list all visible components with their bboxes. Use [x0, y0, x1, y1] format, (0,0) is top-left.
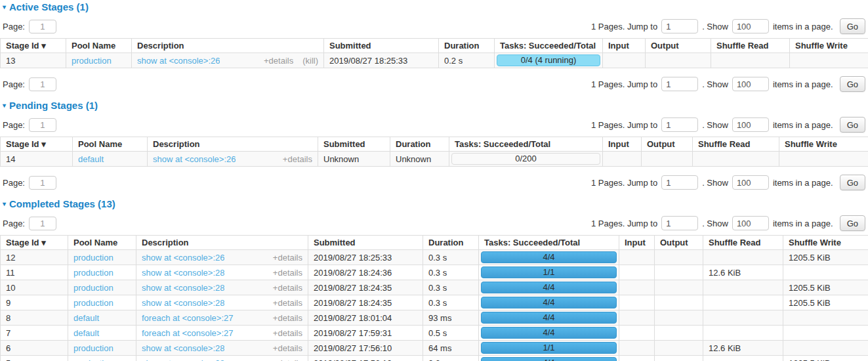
- column-header-description[interactable]: Description: [148, 137, 318, 152]
- tasks-progress-bar: 4/4: [481, 297, 617, 308]
- details-toggle[interactable]: +details: [266, 328, 302, 339]
- show-items-input[interactable]: [732, 19, 769, 33]
- input-cell: [619, 265, 655, 280]
- show-label: . Show: [702, 22, 728, 32]
- show-items-input[interactable]: [732, 216, 769, 230]
- column-header-output[interactable]: Output: [655, 236, 703, 250]
- stage-description-link[interactable]: show at <console>:28: [142, 358, 224, 361]
- pool-name-link[interactable]: default: [73, 313, 99, 323]
- column-header-tasks-succeeded-total[interactable]: Tasks: Succeeded/Total: [449, 137, 603, 152]
- column-header-tasks-succeeded-total[interactable]: Tasks: Succeeded/Total: [495, 39, 603, 53]
- pool-name-cell: production: [68, 265, 136, 280]
- page-number-input[interactable]: [29, 118, 56, 132]
- stage-description-link[interactable]: foreach at <console>:27: [142, 328, 234, 339]
- pool-name-link[interactable]: production: [73, 298, 114, 308]
- pool-name-link[interactable]: production: [73, 253, 114, 263]
- column-header-submitted[interactable]: Submitted: [318, 137, 390, 152]
- duration-cell: 64 ms: [423, 341, 479, 356]
- column-header-pool-name[interactable]: Pool Name: [73, 137, 148, 152]
- column-header-pool-name[interactable]: Pool Name: [68, 236, 136, 250]
- go-button[interactable]: Go: [840, 215, 865, 231]
- column-header-shuffle-read[interactable]: Shuffle Read: [693, 137, 779, 152]
- column-header-stage-id[interactable]: Stage Id ▾: [1, 39, 66, 53]
- pool-name-link[interactable]: production: [73, 343, 114, 353]
- column-header-shuffle-write[interactable]: Shuffle Write: [783, 236, 868, 250]
- column-header-input[interactable]: Input: [603, 137, 642, 152]
- pool-name-link[interactable]: production: [73, 283, 114, 293]
- stage-description-link[interactable]: show at <console>:26: [142, 252, 224, 263]
- show-items-input[interactable]: [732, 77, 769, 91]
- column-header-description[interactable]: Description: [132, 39, 324, 53]
- pool-name-link[interactable]: production: [73, 268, 114, 278]
- pool-name-link[interactable]: default: [73, 328, 99, 338]
- details-toggle[interactable]: +details: [266, 343, 302, 354]
- column-header-output[interactable]: Output: [642, 137, 693, 152]
- go-button[interactable]: Go: [840, 76, 865, 92]
- jump-to-page-input[interactable]: [661, 117, 698, 132]
- details-toggle[interactable]: +details: [257, 55, 293, 66]
- go-button[interactable]: Go: [840, 117, 865, 133]
- pool-name-link[interactable]: production: [72, 56, 112, 66]
- stage-description-link[interactable]: show at <console>:28: [142, 282, 224, 293]
- show-items-input[interactable]: [732, 175, 769, 190]
- jump-to-page-input[interactable]: [661, 19, 698, 33]
- column-header-stage-id[interactable]: Stage Id ▾: [1, 236, 68, 250]
- description-content: foreach at <console>:27+details: [142, 328, 302, 339]
- page-number-input[interactable]: [29, 20, 56, 33]
- jump-to-page-input[interactable]: [661, 216, 698, 230]
- pool-name-link[interactable]: production: [73, 358, 114, 361]
- column-header-duration[interactable]: Duration: [390, 137, 449, 152]
- stage-description-link[interactable]: show at <console>:28: [142, 343, 224, 354]
- pending-stages-header[interactable]: ▾ Pending Stages (1): [3, 100, 868, 111]
- details-toggle[interactable]: +details: [276, 154, 312, 165]
- column-header-output[interactable]: Output: [646, 39, 711, 53]
- column-header-duration[interactable]: Duration: [439, 39, 495, 53]
- description-cell: show at <console>:28+details: [136, 280, 308, 295]
- duration-cell: 0.3 s: [423, 265, 479, 280]
- output-cell: [655, 341, 703, 356]
- column-header-tasks-succeeded-total[interactable]: Tasks: Succeeded/Total: [479, 236, 619, 250]
- description-cell: show at <console>:28+details: [136, 265, 308, 280]
- pagination-row: Page: 1 Pages. Jump to . Show items in a…: [3, 18, 865, 34]
- details-toggle[interactable]: +details: [266, 282, 302, 293]
- column-header-submitted[interactable]: Submitted: [308, 236, 423, 250]
- kill-link[interactable]: (kill): [302, 55, 318, 66]
- column-header-input[interactable]: Input: [603, 39, 646, 53]
- go-button[interactable]: Go: [840, 18, 865, 34]
- column-header-input[interactable]: Input: [619, 236, 655, 250]
- column-header-shuffle-write[interactable]: Shuffle Write: [790, 39, 868, 53]
- completed-stages-header[interactable]: ▾ Completed Stages (13): [3, 199, 868, 209]
- details-toggle[interactable]: +details: [266, 312, 302, 324]
- stage-description-link[interactable]: show at <console>:26: [153, 154, 236, 165]
- stage-description-link[interactable]: foreach at <console>:27: [142, 312, 234, 324]
- page-number-input[interactable]: [29, 217, 56, 230]
- shuffle-write-cell: [790, 53, 868, 68]
- column-header-duration[interactable]: Duration: [423, 236, 479, 250]
- show-items-input[interactable]: [732, 117, 769, 132]
- column-header-stage-id[interactable]: Stage Id ▾: [1, 137, 73, 152]
- details-toggle[interactable]: +details: [266, 267, 302, 278]
- page-number-input[interactable]: [29, 176, 56, 190]
- active-stages-header[interactable]: ▾ Active Stages (1): [3, 2, 868, 12]
- stage-description-link[interactable]: show at <console>:28: [142, 297, 224, 308]
- column-header-shuffle-read[interactable]: Shuffle Read: [703, 236, 783, 250]
- go-button[interactable]: Go: [840, 175, 865, 190]
- column-header-shuffle-write[interactable]: Shuffle Write: [779, 137, 868, 152]
- pages-jump-label: 1 Pages. Jump to: [591, 120, 657, 130]
- jump-to-page-input[interactable]: [661, 175, 698, 190]
- stage-description-link[interactable]: show at <console>:26: [137, 55, 220, 66]
- collapse-arrow-icon: ▾: [3, 4, 6, 11]
- column-header-pool-name[interactable]: Pool Name: [66, 39, 132, 53]
- details-toggle[interactable]: +details: [266, 252, 302, 263]
- active-stages-section: ▾ Active Stages (1) Page: 1 Pages. Jump …: [0, 2, 868, 92]
- column-header-description[interactable]: Description: [136, 236, 308, 250]
- details-toggle[interactable]: +details: [266, 297, 302, 308]
- column-header-shuffle-read[interactable]: Shuffle Read: [711, 39, 790, 53]
- jump-to-page-input[interactable]: [661, 77, 698, 91]
- pool-name-cell: production: [68, 280, 136, 295]
- stage-description-link[interactable]: show at <console>:28: [142, 267, 224, 278]
- details-toggle[interactable]: +details: [266, 358, 302, 361]
- column-header-submitted[interactable]: Submitted: [324, 39, 439, 53]
- page-number-input[interactable]: [29, 77, 56, 91]
- pool-name-link[interactable]: default: [78, 154, 104, 164]
